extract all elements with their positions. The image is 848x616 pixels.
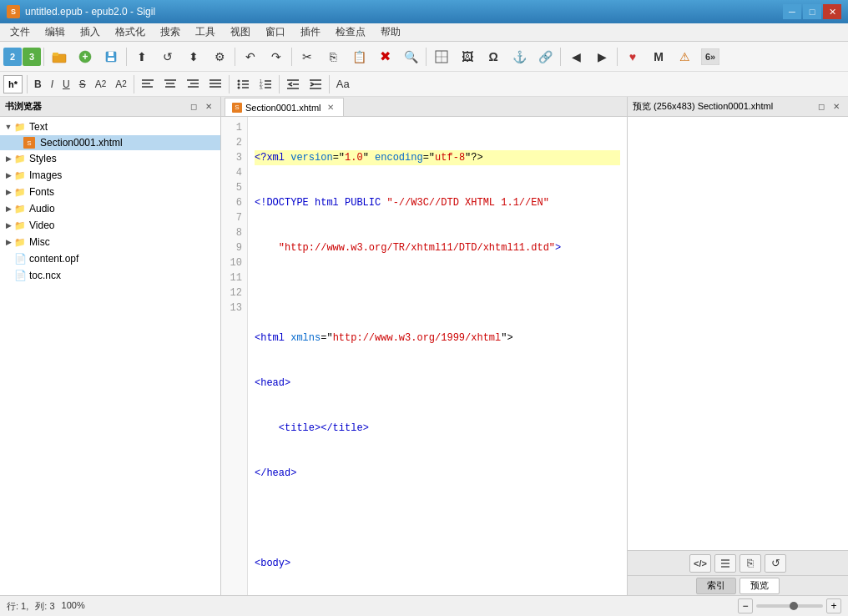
minimize-button[interactable]: ─	[783, 4, 801, 19]
maximize-button[interactable]: □	[803, 4, 821, 19]
line-num-1: 1	[221, 120, 247, 135]
italic-button[interactable]: I	[47, 75, 58, 93]
menu-file[interactable]: 文件	[3, 23, 37, 41]
menu-help[interactable]: 帮助	[374, 23, 407, 41]
menu-bar: 文件 编辑 插入 格式化 搜索 工具 视图 窗口 插件 检查点 帮助	[0, 23, 848, 42]
omega-button[interactable]: Ω	[481, 45, 506, 68]
open-button[interactable]	[47, 45, 72, 68]
align-left-button[interactable]	[137, 75, 159, 93]
delete-button[interactable]: ✖	[372, 45, 397, 68]
align-justify-button[interactable]	[204, 75, 226, 93]
tab-close-button[interactable]: ✕	[325, 102, 336, 114]
preview-tab-index[interactable]: 索引	[696, 578, 736, 594]
strikethrough-button[interactable]: S	[75, 75, 90, 93]
back-button[interactable]: ◀	[563, 45, 588, 68]
line-num-12: 12	[221, 285, 247, 300]
svg-rect-5	[109, 52, 114, 56]
toolbar-num2[interactable]: 2	[3, 48, 22, 66]
superscript-button[interactable]: A2	[111, 75, 131, 93]
warning-button[interactable]: ⚠	[672, 45, 697, 68]
svg-rect-6	[108, 58, 114, 61]
rotate-button[interactable]: ↺	[155, 45, 180, 68]
paste-button[interactable]: 📋	[346, 45, 371, 68]
undo-button[interactable]: ↶	[238, 45, 263, 68]
tree-item-styles[interactable]: ▶ 📁 Styles	[0, 150, 220, 167]
tree-label-content-opf: content.opf	[29, 253, 78, 265]
num6-button[interactable]: 6»	[698, 45, 723, 68]
tree-item-text[interactable]: ▼ 📁 Text	[0, 119, 220, 135]
subscript-button[interactable]: A2	[91, 75, 111, 93]
move-up-button[interactable]: ⬆	[129, 45, 154, 68]
preview-close-button[interactable]: ✕	[830, 100, 843, 114]
tree-arrow-audio: ▶	[3, 204, 13, 213]
editor-content[interactable]: 1 2 3 4 5 6 7 8 9 10 11 12 13 <?xml vers…	[221, 117, 627, 595]
menu-search[interactable]: 搜索	[154, 23, 187, 41]
menu-view[interactable]: 视图	[224, 23, 257, 41]
file-icon-opf: 📄	[13, 252, 27, 265]
anchor-button[interactable]: ⚓	[507, 45, 532, 68]
zoom-slider[interactable]	[756, 604, 823, 608]
align-center-button[interactable]	[159, 75, 181, 93]
copy-preview-button[interactable]: ⎘	[739, 554, 761, 573]
find-button[interactable]: 🔍	[398, 45, 423, 68]
save-button[interactable]	[98, 45, 124, 68]
tree-item-misc[interactable]: ▶ 📁 Misc	[0, 234, 220, 250]
sidebar-restore-button[interactable]: ◻	[187, 100, 200, 114]
tree-item-content-opf[interactable]: 📄 content.opf	[0, 250, 220, 267]
refresh-preview-button[interactable]: ↺	[765, 554, 786, 573]
mail-button[interactable]: M	[646, 45, 671, 68]
menu-window[interactable]: 窗口	[259, 23, 292, 41]
list-ol-button[interactable]: 1.2.3.	[255, 75, 276, 93]
menu-edit[interactable]: 编辑	[38, 23, 72, 41]
svg-point-28	[237, 86, 240, 88]
editor-tab-section0001[interactable]: S Section0001.xhtml ✕	[225, 98, 344, 116]
heart-button[interactable]: ♥	[620, 45, 645, 68]
tree-item-audio[interactable]: ▶ 📁 Audio	[0, 200, 220, 217]
bold-button[interactable]: B	[30, 75, 46, 93]
tree-item-section0001[interactable]: S Section0001.xhtml	[0, 135, 220, 150]
split-button[interactable]: ⬍	[181, 45, 206, 68]
underline-button[interactable]: U	[58, 75, 74, 93]
close-button[interactable]: ✕	[823, 4, 841, 19]
toolbar-sep-6	[560, 48, 561, 66]
grid-button[interactable]	[429, 45, 454, 68]
tree-item-video[interactable]: ▶ 📁 Video	[0, 217, 220, 234]
menu-tools[interactable]: 工具	[189, 23, 222, 41]
toolbar-num3[interactable]: 3	[23, 48, 41, 66]
code-line-4	[255, 285, 620, 300]
heading-selector[interactable]: h*	[3, 75, 23, 93]
zoom-minus-button[interactable]: −	[738, 598, 753, 613]
sidebar-close-button[interactable]: ✕	[202, 100, 215, 114]
list-view-button[interactable]	[714, 554, 736, 573]
preview-restore-button[interactable]: ◻	[815, 100, 828, 114]
outdent-button[interactable]	[282, 75, 304, 93]
menu-insert[interactable]: 插入	[73, 23, 107, 41]
case-button[interactable]: Aa	[332, 75, 354, 93]
code-view-button[interactable]: </>	[689, 554, 711, 573]
tb2-sep-3	[229, 75, 230, 93]
add-button[interactable]: +	[73, 45, 98, 68]
code-lines[interactable]: <?xml version="1.0" encoding="utf-8"?> <…	[248, 117, 627, 595]
zoom-slider-thumb[interactable]	[790, 602, 798, 610]
cut-button[interactable]: ✂	[295, 45, 320, 68]
menu-format[interactable]: 格式化	[109, 23, 152, 41]
link-button[interactable]: 🔗	[533, 45, 558, 68]
tree-item-toc[interactable]: 📄 toc.ncx	[0, 267, 220, 284]
editor-area: S Section0001.xhtml ✕ 1 2 3 4 5 6 7 8 9 …	[221, 97, 627, 595]
zoom-plus-button[interactable]: +	[826, 598, 841, 613]
settings-button[interactable]: ⚙	[207, 45, 232, 68]
menu-checkpoint[interactable]: 检查点	[329, 23, 372, 41]
copy-button[interactable]: ⎘	[321, 45, 346, 68]
list-ul-button[interactable]	[232, 75, 254, 93]
image-button[interactable]: 🖼	[455, 45, 480, 68]
tree-label-text: Text	[29, 121, 48, 133]
indent-button[interactable]	[305, 75, 326, 93]
preview-tab-preview[interactable]: 预览	[739, 578, 780, 594]
align-right-button[interactable]	[182, 75, 204, 93]
menu-plugins[interactable]: 插件	[294, 23, 327, 41]
forward-button[interactable]: ▶	[589, 45, 614, 68]
redo-button[interactable]: ↷	[264, 45, 289, 68]
tree-item-images[interactable]: ▶ 📁 Images	[0, 167, 220, 184]
tree-item-fonts[interactable]: ▶ 📁 Fonts	[0, 184, 220, 200]
status-right: − +	[738, 598, 841, 613]
